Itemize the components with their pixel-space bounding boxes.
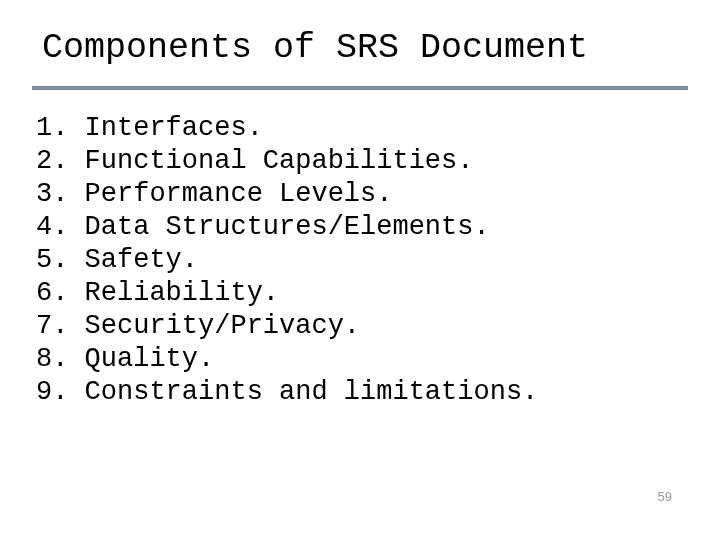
list-item-number: 8. xyxy=(36,343,68,376)
list-item-text: Functional Capabilities. xyxy=(85,146,474,176)
list-item-number: 7. xyxy=(36,310,68,343)
title-divider xyxy=(32,86,688,90)
list-item-text: Data Structures/Elements. xyxy=(85,212,490,242)
list-item: 7. Security/Privacy. xyxy=(36,310,688,343)
list-item: 3. Performance Levels. xyxy=(36,178,688,211)
list-item-number: 5. xyxy=(36,244,68,277)
list-item-text: Quality. xyxy=(85,344,215,374)
list-item-text: Safety. xyxy=(85,245,198,275)
list-item: 1. Interfaces. xyxy=(36,112,688,145)
list-item: 5. Safety. xyxy=(36,244,688,277)
list-item-number: 3. xyxy=(36,178,68,211)
list-item: 2. Functional Capabilities. xyxy=(36,145,688,178)
list-item: 9. Constraints and limitations. xyxy=(36,376,688,409)
components-list: 1. Interfaces. 2. Functional Capabilitie… xyxy=(32,112,688,408)
list-item: 6. Reliability. xyxy=(36,277,688,310)
list-item: 4. Data Structures/Elements. xyxy=(36,211,688,244)
list-item: 8. Quality. xyxy=(36,343,688,376)
list-item-number: 9. xyxy=(36,376,68,409)
slide: Components of SRS Document 1. Interfaces… xyxy=(0,0,720,540)
list-item-number: 2. xyxy=(36,145,68,178)
list-item-text: Reliability. xyxy=(85,278,279,308)
page-number: 59 xyxy=(658,489,672,504)
list-item-text: Interfaces. xyxy=(85,113,263,143)
list-item-number: 6. xyxy=(36,277,68,310)
list-item-text: Security/Privacy. xyxy=(85,311,360,341)
list-item-text: Constraints and limitations. xyxy=(85,377,539,407)
list-item-number: 4. xyxy=(36,211,68,244)
list-item-text: Performance Levels. xyxy=(85,179,393,209)
page-title: Components of SRS Document xyxy=(42,28,688,68)
list-item-number: 1. xyxy=(36,112,68,145)
